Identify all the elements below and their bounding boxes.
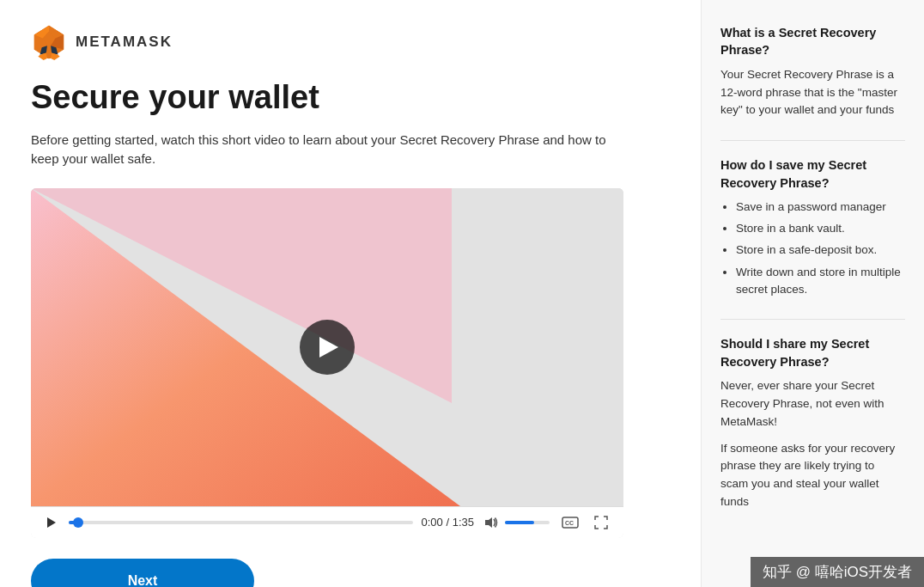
svg-marker-9 bbox=[38, 53, 47, 60]
page-title: Secure your wallet bbox=[31, 79, 670, 117]
page-description: Before getting started, watch this short… bbox=[31, 131, 615, 169]
volume-control[interactable] bbox=[483, 515, 550, 530]
play-pause-button[interactable] bbox=[43, 514, 60, 531]
play-pause-icon bbox=[45, 516, 58, 529]
video-player: 0:00 / 1:35 bbox=[31, 188, 623, 538]
sidebar-section-what-is: What is a Secret Recovery Phrase? Your S… bbox=[720, 24, 905, 119]
time-separator: / bbox=[446, 516, 449, 529]
info-sidebar: What is a Secret Recovery Phrase? Your S… bbox=[701, 0, 924, 587]
svg-text:CC: CC bbox=[565, 520, 574, 526]
play-icon bbox=[319, 337, 338, 358]
cc-icon: CC bbox=[562, 517, 579, 529]
video-thumbnail[interactable] bbox=[31, 188, 623, 506]
list-item: Store in a safe-deposit box. bbox=[736, 242, 905, 259]
sidebar-section3-text2: If someone asks for your recovery phrase… bbox=[720, 440, 905, 512]
metamask-logo-icon bbox=[31, 24, 67, 60]
time-total: 1:35 bbox=[453, 516, 474, 529]
volume-fill bbox=[505, 521, 534, 524]
divider-2 bbox=[720, 319, 905, 320]
volume-bar[interactable] bbox=[505, 521, 550, 524]
list-item: Write down and store in multiple secret … bbox=[736, 264, 905, 299]
svg-marker-10 bbox=[51, 53, 60, 60]
list-item: Save in a password manager bbox=[736, 199, 905, 216]
svg-marker-15 bbox=[485, 517, 492, 528]
captions-button[interactable]: CC bbox=[558, 515, 582, 530]
svg-marker-14 bbox=[47, 517, 56, 528]
logo-area: METAMASK bbox=[31, 24, 670, 60]
sidebar-section3-title: Should I share my Secret Recovery Phrase… bbox=[720, 335, 905, 370]
video-time: 0:00 / 1:35 bbox=[422, 516, 475, 529]
progress-indicator bbox=[73, 517, 83, 528]
video-controls: 0:00 / 1:35 bbox=[31, 506, 623, 538]
mute-button[interactable] bbox=[483, 515, 500, 530]
next-button[interactable]: Next bbox=[31, 559, 254, 587]
sidebar-section2-title: How do I save my Secret Recovery Phrase? bbox=[720, 156, 905, 192]
save-tips-list: Save in a password managerStore in a ban… bbox=[720, 199, 905, 298]
sidebar-section1-text: Your Secret Recovery Phrase is a 12-word… bbox=[720, 66, 905, 120]
divider-1 bbox=[720, 140, 905, 141]
sidebar-section-how-to-save: How do I save my Secret Recovery Phrase?… bbox=[720, 156, 905, 298]
sidebar-section1-title: What is a Secret Recovery Phrase? bbox=[720, 24, 905, 59]
logo-text: METAMASK bbox=[76, 34, 173, 51]
time-current: 0:00 bbox=[422, 516, 443, 529]
sidebar-section3-text1: Never, ever share your Secret Recovery P… bbox=[720, 377, 905, 431]
play-button[interactable] bbox=[300, 320, 355, 375]
video-progress-bar[interactable] bbox=[69, 521, 413, 524]
svg-marker-8 bbox=[46, 53, 52, 58]
volume-icon bbox=[484, 517, 498, 529]
fullscreen-button[interactable] bbox=[591, 514, 611, 531]
list-item: Store in a bank vault. bbox=[736, 220, 905, 237]
video-progress-fill bbox=[69, 521, 79, 524]
fullscreen-icon bbox=[594, 516, 608, 529]
sidebar-section-sharing: Should I share my Secret Recovery Phrase… bbox=[720, 335, 905, 511]
